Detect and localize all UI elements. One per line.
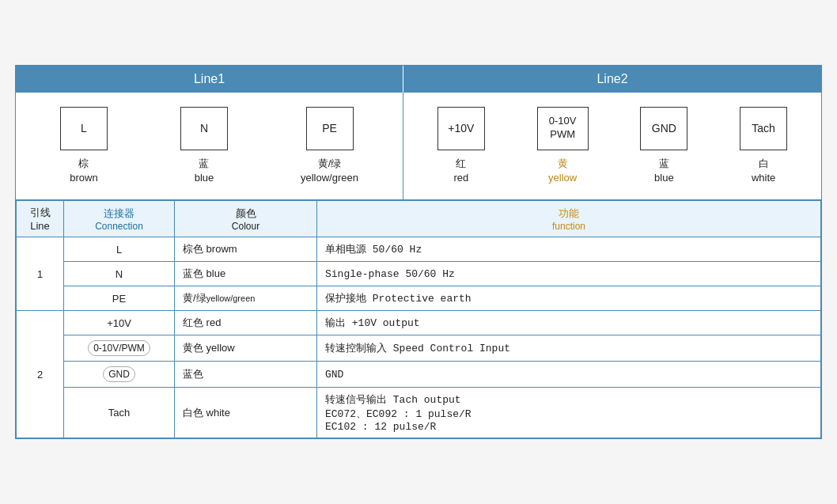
colour-10V-cell: 红色 red <box>175 311 317 335</box>
table-header-row: 引线 Line 连接器 Connection 颜色 Colour 功能 func… <box>17 201 821 237</box>
connector-box-GND: GND <box>640 107 687 150</box>
conn-PWM-rounded: 0-10V/PWM <box>88 340 150 356</box>
connector-label-PWM: 黄yellow <box>548 157 577 185</box>
th-conn-cn: 连接器 <box>72 207 166 221</box>
conn-N-cell: N <box>64 262 175 286</box>
diagram-line1: L 棕brown N 蓝blue PE 黄/绿yellow/green <box>16 93 403 199</box>
table-row: N 蓝色 blue Single-phase 50/60 Hz <box>17 262 821 286</box>
line2-cell: 2 <box>17 311 64 438</box>
table-body: 1 L 棕色 browm 单相电源 50/60 Hz N 蓝色 blue Sin… <box>17 237 821 438</box>
conn-L-cell: L <box>64 237 175 262</box>
connector-10V: +10V 红red <box>437 107 485 185</box>
conn-PWM-cell: 0-10V/PWM <box>64 335 175 362</box>
connector-label-10V: 红red <box>453 157 468 185</box>
diagram-line2: +10V 红red 0-10VPWM 黄yellow GND 蓝blue Tac… <box>403 93 821 199</box>
connector-box-10V: +10V <box>437 107 485 150</box>
connector-label-PE: 黄/绿yellow/green <box>301 157 358 185</box>
conn-GND-rounded: GND <box>103 366 135 382</box>
conn-PE-cell: PE <box>64 286 175 311</box>
connector-box-L: L <box>60 107 108 150</box>
func-PE-cell: 保护接地 Protective earth <box>317 286 821 311</box>
table-row: PE 黄/绿yellow/green 保护接地 Protective earth <box>17 286 821 311</box>
line1-cell: 1 <box>17 237 64 311</box>
connector-L: L 棕brown <box>60 107 108 185</box>
colour-Tach-cell: 白色 white <box>175 388 317 438</box>
th-conn-en: Connection <box>72 221 166 232</box>
diagram-row: L 棕brown N 蓝blue PE 黄/绿yellow/green +10V… <box>16 93 821 200</box>
connector-label-Tach: 白white <box>752 157 775 185</box>
connector-box-PE: PE <box>306 107 354 150</box>
connector-PE: PE 黄/绿yellow/green <box>301 107 358 185</box>
data-table: 引线 Line 连接器 Connection 颜色 Colour 功能 func… <box>16 200 821 438</box>
table-row: Tach 白色 white 转速信号输出 Tach output EC072、E… <box>17 388 821 438</box>
colour-N-cell: 蓝色 blue <box>175 262 317 286</box>
th-line-en: Line <box>30 220 50 232</box>
connector-Tach: Tach 白white <box>740 107 787 185</box>
th-line: 引线 Line <box>17 201 64 237</box>
th-func-cn: 功能 <box>325 207 812 221</box>
table-row: GND 蓝色 GND <box>17 362 821 388</box>
th-func-en: function <box>325 221 812 232</box>
table-row: 1 L 棕色 browm 单相电源 50/60 Hz <box>17 237 821 262</box>
conn-10V-cell: +10V <box>64 311 175 335</box>
table-row: 0-10V/PWM 黄色 yellow 转速控制输入 Speed Control… <box>17 335 821 362</box>
func-Tach-cell: 转速信号输出 Tach output EC072、EC092 : 1 pulse… <box>317 388 821 438</box>
table-wrapper: 引线 Line 连接器 Connection 颜色 Colour 功能 func… <box>16 200 821 438</box>
func-N-cell: Single-phase 50/60 Hz <box>317 262 821 286</box>
func-10V-cell: 输出 +10V output <box>317 311 821 335</box>
th-colour-cn: 颜色 <box>183 207 309 221</box>
conn-GND-cell: GND <box>64 362 175 388</box>
main-container: Line1 Line2 L 棕brown N 蓝blue PE 黄/绿yello… <box>15 65 822 439</box>
th-connection: 连接器 Connection <box>64 201 175 237</box>
func-PWM-cell: 转速控制输入 Speed Control Input <box>317 335 821 362</box>
colour-L-cell: 棕色 browm <box>175 237 317 262</box>
connector-GND: GND 蓝blue <box>640 107 687 185</box>
colour-GND-cell: 蓝色 <box>175 362 317 388</box>
connector-label-L: 棕brown <box>70 157 97 185</box>
th-function: 功能 function <box>317 201 821 237</box>
connector-label-N: 蓝blue <box>195 157 214 185</box>
table-row: 2 +10V 红色 red 输出 +10V output <box>17 311 821 335</box>
line1-header: Line1 <box>16 66 403 93</box>
th-colour-en: Colour <box>183 221 309 232</box>
th-line-cn: 引线 <box>30 207 51 218</box>
connector-box-Tach: Tach <box>740 107 787 150</box>
conn-Tach-cell: Tach <box>64 388 175 438</box>
connector-box-N: N <box>180 107 228 150</box>
func-GND-cell: GND <box>317 362 821 388</box>
func-L-cell: 单相电源 50/60 Hz <box>317 237 821 262</box>
colour-PE-cell: 黄/绿yellow/green <box>175 286 317 311</box>
line2-header: Line2 <box>403 66 821 93</box>
connector-label-GND: 蓝blue <box>654 157 674 185</box>
th-colour: 颜色 Colour <box>175 201 317 237</box>
connector-N: N 蓝blue <box>180 107 228 185</box>
connector-box-PWM: 0-10VPWM <box>537 107 589 150</box>
colour-PWM-cell: 黄色 yellow <box>175 335 317 362</box>
connector-PWM: 0-10VPWM 黄yellow <box>537 107 589 185</box>
header-row: Line1 Line2 <box>16 66 821 93</box>
